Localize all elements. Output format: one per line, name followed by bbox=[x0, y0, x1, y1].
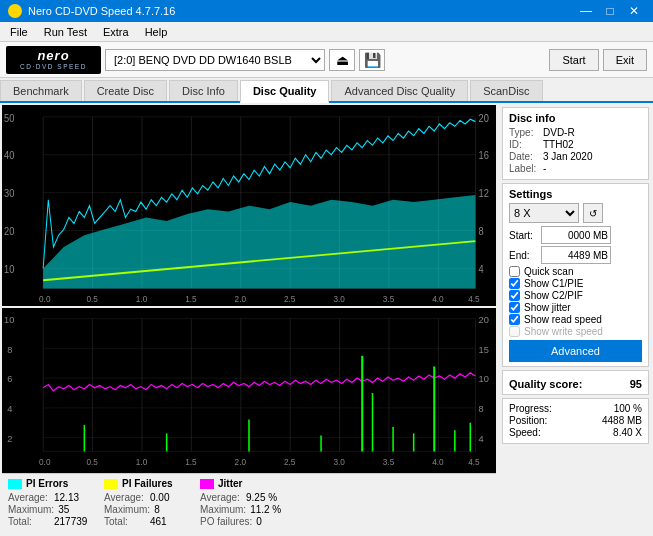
show-c2pif-label: Show C2/PIF bbox=[524, 290, 583, 301]
pi-failures-maximum-row: Maximum: 8 bbox=[104, 504, 184, 515]
show-c2pif-row: Show C2/PIF bbox=[509, 290, 642, 301]
show-jitter-checkbox[interactable] bbox=[509, 302, 520, 313]
show-c1pie-checkbox[interactable] bbox=[509, 278, 520, 289]
titlebar-controls: — □ ✕ bbox=[575, 2, 645, 20]
svg-text:20: 20 bbox=[479, 112, 490, 124]
svg-text:4: 4 bbox=[479, 433, 484, 444]
advanced-button[interactable]: Advanced bbox=[509, 340, 642, 362]
start-button[interactable]: Start bbox=[549, 49, 598, 71]
pi-errors-average-value: 12.13 bbox=[54, 492, 79, 503]
quality-section: Quality score: 95 bbox=[502, 370, 649, 395]
save-button[interactable]: 💾 bbox=[359, 49, 385, 71]
eject-button[interactable]: ⏏ bbox=[329, 49, 355, 71]
pi-failures-average-value: 0.00 bbox=[150, 492, 169, 503]
menu-runtest[interactable]: Run Test bbox=[38, 24, 93, 40]
minimize-button[interactable]: — bbox=[575, 2, 597, 20]
jitter-maximum-label: Maximum: bbox=[200, 504, 246, 515]
svg-text:1.0: 1.0 bbox=[136, 293, 147, 304]
svg-text:4.0: 4.0 bbox=[432, 457, 444, 467]
disc-info-section: Disc info Type: DVD-R ID: TTH02 Date: 3 … bbox=[502, 107, 649, 180]
menu-file[interactable]: File bbox=[4, 24, 34, 40]
disc-id-label: ID: bbox=[509, 139, 539, 150]
position-value: 4488 MB bbox=[602, 415, 642, 426]
po-failures-row: PO failures: 0 bbox=[200, 516, 281, 527]
tab-disc-info[interactable]: Disc Info bbox=[169, 80, 238, 101]
jitter-color bbox=[200, 479, 214, 489]
disc-type-row: Type: DVD-R bbox=[509, 127, 642, 138]
disc-label-label: Label: bbox=[509, 163, 539, 174]
jitter-legend: Jitter bbox=[200, 478, 281, 489]
position-label: Position: bbox=[509, 415, 547, 426]
disc-date-value: 3 Jan 2020 bbox=[543, 151, 593, 162]
tab-disc-quality[interactable]: Disc Quality bbox=[240, 80, 330, 103]
po-failures-label: PO failures: bbox=[200, 516, 252, 527]
svg-text:2.5: 2.5 bbox=[284, 457, 296, 467]
disc-info-title: Disc info bbox=[509, 112, 642, 124]
show-c1pie-row: Show C1/PIE bbox=[509, 278, 642, 289]
app-icon bbox=[8, 4, 22, 18]
progress-section: Progress: 100 % Position: 4488 MB Speed:… bbox=[502, 398, 649, 444]
svg-text:3.5: 3.5 bbox=[383, 293, 394, 304]
svg-text:3.0: 3.0 bbox=[333, 457, 345, 467]
jitter-average-label: Average: bbox=[200, 492, 242, 503]
svg-text:30: 30 bbox=[4, 188, 15, 200]
po-failures-value: 0 bbox=[256, 516, 262, 527]
svg-text:2.0: 2.0 bbox=[235, 293, 246, 304]
stats-bar: PI Errors Average: 12.13 Maximum: 35 Tot… bbox=[2, 473, 496, 531]
logo-nero: nero bbox=[37, 49, 69, 63]
show-write-speed-label: Show write speed bbox=[524, 326, 603, 337]
svg-text:2: 2 bbox=[7, 433, 12, 444]
pi-errors-maximum-label: Maximum: bbox=[8, 504, 54, 515]
end-range-input[interactable] bbox=[541, 246, 611, 264]
svg-text:8: 8 bbox=[479, 226, 485, 238]
exit-button[interactable]: Exit bbox=[603, 49, 647, 71]
drive-selector[interactable]: [2:0] BENQ DVD DD DW1640 BSLB bbox=[105, 49, 325, 71]
pi-failures-total-label: Total: bbox=[104, 516, 146, 527]
nero-logo: nero CD·DVD SPEED bbox=[6, 46, 101, 74]
upper-chart-svg: 50 40 30 20 10 20 16 12 8 4 0.0 0.5 1.0 … bbox=[2, 105, 496, 306]
close-button[interactable]: ✕ bbox=[623, 2, 645, 20]
svg-text:8: 8 bbox=[7, 344, 12, 355]
svg-text:4: 4 bbox=[7, 403, 12, 414]
show-c2pif-checkbox[interactable] bbox=[509, 290, 520, 301]
start-range-row: Start: bbox=[509, 226, 642, 244]
pi-errors-total-row: Total: 217739 bbox=[8, 516, 88, 527]
show-read-speed-label: Show read speed bbox=[524, 314, 602, 325]
quick-scan-checkbox[interactable] bbox=[509, 266, 520, 277]
maximize-button[interactable]: □ bbox=[599, 2, 621, 20]
svg-text:1.5: 1.5 bbox=[185, 457, 197, 467]
menu-help[interactable]: Help bbox=[139, 24, 174, 40]
jitter-average-value: 9.25 % bbox=[246, 492, 277, 503]
disc-date-label: Date: bbox=[509, 151, 539, 162]
jitter-label: Jitter bbox=[218, 478, 242, 489]
disc-type-value: DVD-R bbox=[543, 127, 575, 138]
show-read-speed-checkbox[interactable] bbox=[509, 314, 520, 325]
pi-failures-maximum-value: 8 bbox=[154, 504, 160, 515]
lower-chart: 10 8 6 4 2 20 15 10 8 4 0.0 0.5 1.0 1.5 … bbox=[2, 308, 496, 473]
refresh-button[interactable]: ↺ bbox=[583, 203, 603, 223]
titlebar-left: Nero CD-DVD Speed 4.7.7.16 bbox=[8, 4, 175, 18]
pi-errors-maximum-row: Maximum: 35 bbox=[8, 504, 88, 515]
speed-row: 8 X 4 X Max ↺ bbox=[509, 203, 642, 223]
charts-column: 50 40 30 20 10 20 16 12 8 4 0.0 0.5 1.0 … bbox=[2, 105, 496, 531]
pi-errors-average-row: Average: 12.13 bbox=[8, 492, 88, 503]
tab-create-disc[interactable]: Create Disc bbox=[84, 80, 167, 101]
svg-text:0.0: 0.0 bbox=[39, 293, 50, 304]
disc-id-row: ID: TTH02 bbox=[509, 139, 642, 150]
show-jitter-label: Show jitter bbox=[524, 302, 571, 313]
pi-errors-average-label: Average: bbox=[8, 492, 50, 503]
svg-text:3.5: 3.5 bbox=[383, 457, 395, 467]
toolbar: nero CD·DVD SPEED [2:0] BENQ DVD DD DW16… bbox=[0, 42, 653, 78]
svg-text:12: 12 bbox=[479, 188, 490, 200]
tab-bar: Benchmark Create Disc Disc Info Disc Qua… bbox=[0, 78, 653, 103]
pi-failures-average-label: Average: bbox=[104, 492, 146, 503]
tab-advanced-disc-quality[interactable]: Advanced Disc Quality bbox=[331, 80, 468, 101]
start-range-input[interactable] bbox=[541, 226, 611, 244]
upper-chart: 50 40 30 20 10 20 16 12 8 4 0.0 0.5 1.0 … bbox=[2, 105, 496, 306]
tab-benchmark[interactable]: Benchmark bbox=[0, 80, 82, 101]
disc-type-label: Type: bbox=[509, 127, 539, 138]
tab-scandisc[interactable]: ScanDisc bbox=[470, 80, 542, 101]
menu-extra[interactable]: Extra bbox=[97, 24, 135, 40]
speed-selector[interactable]: 8 X 4 X Max bbox=[509, 203, 579, 223]
svg-text:15: 15 bbox=[479, 344, 489, 355]
